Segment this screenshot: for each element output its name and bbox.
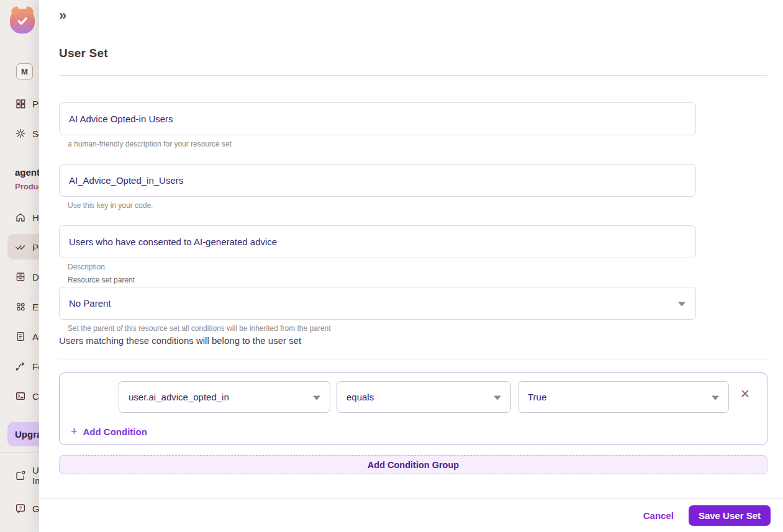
help-bubble-icon: ? bbox=[15, 503, 26, 514]
condition-group: user.ai_advice_opted_in equals True ✕ + … bbox=[59, 372, 767, 445]
terminal-icon bbox=[15, 390, 26, 402]
description-helper-text: Description bbox=[68, 263, 105, 271]
collapse-panel-icon[interactable]: » bbox=[59, 9, 66, 22]
condition-operator-select[interactable]: equals bbox=[337, 381, 511, 413]
drawer-icon bbox=[15, 271, 26, 282]
chevron-down-icon bbox=[712, 395, 719, 400]
add-condition-label: Add Condition bbox=[83, 426, 147, 437]
key-input[interactable]: AI_Advice_Opted_in_Users bbox=[59, 164, 696, 197]
chevron-down-icon bbox=[494, 395, 501, 400]
workspace-name[interactable]: agent bbox=[15, 167, 40, 178]
parent-field-label: Resource set parent bbox=[68, 276, 135, 284]
org-avatar[interactable]: M bbox=[16, 63, 33, 80]
document-icon bbox=[15, 331, 26, 342]
chevron-down-icon bbox=[678, 302, 686, 306]
double-check-icon bbox=[15, 241, 26, 253]
condition-value-select[interactable]: True bbox=[518, 381, 729, 413]
plus-icon: + bbox=[71, 425, 78, 438]
app-window: M Pr Se agent Produc Ho Po bbox=[0, 0, 783, 532]
condition-operator-value: equals bbox=[346, 392, 374, 402]
page-title: User Set bbox=[59, 47, 108, 60]
gear-icon bbox=[15, 128, 26, 139]
chevron-down-icon bbox=[313, 395, 320, 400]
add-condition-group-button[interactable]: Add Condition Group bbox=[59, 455, 767, 474]
app-logo-icon[interactable] bbox=[10, 9, 35, 34]
grid-icon bbox=[15, 98, 26, 109]
title-divider bbox=[59, 75, 767, 76]
parent-helper-text: Set the parent of this resource set all … bbox=[68, 324, 331, 333]
drawer-footer: Cancel Save User Set bbox=[39, 498, 783, 532]
description-input[interactable]: Users who have consented to AI-generated… bbox=[59, 225, 696, 258]
conditions-intro-text: Users matching these conditions will bel… bbox=[59, 335, 301, 346]
circles-icon bbox=[15, 301, 26, 312]
cancel-button[interactable]: Cancel bbox=[643, 510, 674, 521]
name-helper-text: a human-friendly description for your re… bbox=[68, 140, 232, 148]
export-box-icon bbox=[15, 470, 26, 481]
save-user-set-button[interactable]: Save User Set bbox=[689, 505, 771, 526]
parent-select-value: No Parent bbox=[69, 298, 111, 309]
remove-condition-icon[interactable]: ✕ bbox=[740, 388, 750, 400]
home-icon bbox=[15, 212, 26, 223]
condition-attribute-select[interactable]: user.ai_advice_opted_in bbox=[119, 381, 330, 413]
parent-select[interactable]: No Parent bbox=[59, 287, 696, 320]
flow-arrow-icon bbox=[15, 361, 26, 372]
condition-value-value: True bbox=[528, 392, 546, 402]
name-input[interactable]: AI Advice Opted-in Users bbox=[59, 102, 696, 135]
add-condition-button[interactable]: + Add Condition bbox=[71, 425, 147, 438]
user-set-drawer: » User Set AI Advice Opted-in Users a hu… bbox=[39, 0, 783, 532]
key-helper-text: Use this key in your code. bbox=[68, 201, 153, 210]
condition-attribute-value: user.ai_advice_opted_in bbox=[129, 392, 229, 402]
svg-text:?: ? bbox=[19, 505, 22, 511]
conditions-divider bbox=[59, 359, 767, 359]
